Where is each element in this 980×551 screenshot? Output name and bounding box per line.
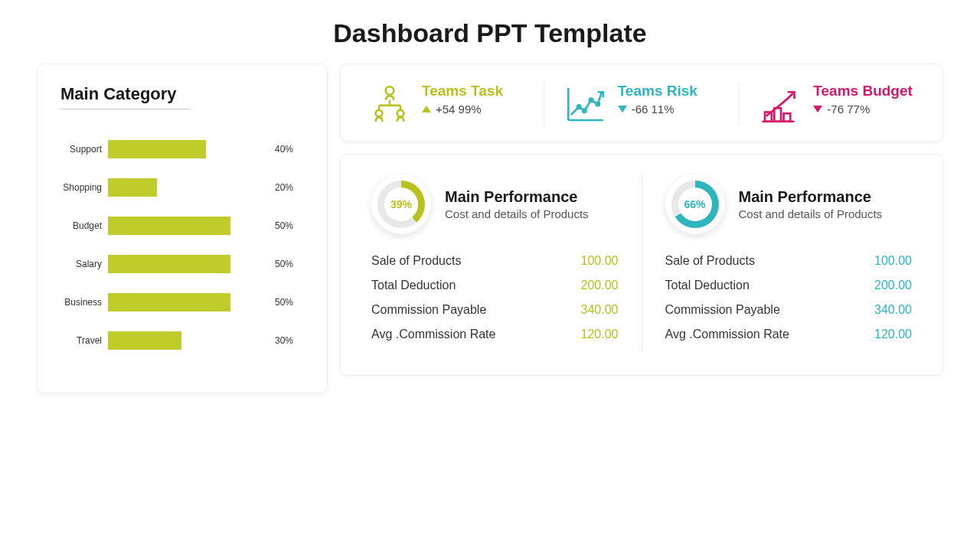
bar-row: Travel30% [56, 331, 309, 350]
category-heading: Main Category [60, 84, 309, 104]
kpi-title: Teams Budget [813, 83, 913, 99]
performance-teal: 66%Main PerformanceCost and details of P… [642, 174, 936, 352]
bar-fill [108, 217, 230, 235]
bar-label: Budget [56, 220, 102, 231]
perf-row-label: Avg .Commission Rate [371, 328, 495, 341]
donut-value: 66% [684, 198, 705, 210]
trend-down-icon [813, 106, 822, 112]
bar-chart: Support40%Shopping20%Budget50%Salary50%B… [56, 140, 309, 350]
perf-row-value: 100.00 [874, 254, 912, 268]
bar-value: 30% [275, 335, 293, 346]
donut-value: 39% [390, 198, 412, 210]
perf-row-value: 200.00 [581, 279, 619, 292]
perf-row: Sale of Products100.00 [371, 254, 619, 268]
performance-title: Main Performance [445, 188, 589, 206]
perf-row: Commission Payable340.00 [371, 303, 619, 317]
bar-row: Business50% [56, 293, 309, 311]
svg-point-8 [583, 109, 586, 112]
bar-label: Travel [56, 335, 102, 346]
trend-down-icon [618, 106, 627, 112]
bar-fill [108, 255, 230, 273]
perf-row-label: Total Deduction [371, 279, 456, 292]
perf-row-label: Avg .Commission Rate [665, 328, 789, 341]
bar-value: 50% [275, 220, 293, 231]
divider [60, 109, 191, 109]
perf-row-value: 340.00 [874, 303, 912, 317]
bar-value: 50% [275, 297, 293, 308]
performance-subtitle: Cost and details of Products [445, 207, 589, 220]
bar-row: Support40% [56, 140, 309, 158]
bar-label: Business [56, 297, 102, 308]
bar-label: Support [56, 144, 102, 155]
performance-subtitle: Cost and details of Products [739, 207, 883, 220]
svg-rect-12 [775, 108, 782, 122]
perf-row-value: 120.00 [874, 328, 912, 341]
perf-row: Avg .Commission Rate120.00 [371, 328, 619, 341]
kpi-delta: -76 77% [813, 103, 913, 116]
perf-row-label: Sale of Products [371, 254, 461, 268]
bar-fill [108, 178, 157, 197]
bar-track [108, 178, 269, 197]
perf-row-value: 100.00 [581, 254, 619, 268]
bar-row: Budget50% [56, 217, 309, 235]
team-icon [368, 83, 411, 126]
bar-track [108, 140, 269, 158]
bar-value: 40% [275, 144, 293, 155]
performance-title: Main Performance [739, 188, 883, 206]
perf-row: Sale of Products100.00 [665, 254, 913, 268]
category-card: Main Category Support40%Shopping20%Budge… [37, 64, 328, 393]
chart-icon [564, 83, 607, 126]
svg-point-9 [589, 99, 592, 102]
bar-track [108, 293, 269, 311]
bar-track [108, 217, 269, 235]
performance-olive: 39%Main PerformanceCost and details of P… [348, 174, 642, 352]
kpi-card: Teams Task+54 99%Teams Risk-66 11%Teams … [340, 64, 943, 142]
donut-gauge: 66% [665, 174, 725, 234]
page-title: Dashboard PPT Template [0, 0, 980, 64]
perf-row-label: Commission Payable [371, 303, 486, 317]
kpi-pink: Teams Budget-76 77% [740, 83, 935, 126]
bar-fill [108, 293, 230, 311]
bar-row: Salary50% [56, 255, 309, 273]
donut-gauge: 39% [371, 174, 431, 234]
svg-point-10 [596, 103, 599, 106]
perf-row-value: 120.00 [581, 328, 619, 341]
bar-track [108, 255, 269, 273]
bar-track [108, 331, 269, 350]
svg-point-0 [386, 86, 394, 95]
bar-label: Salary [56, 259, 102, 269]
perf-row-label: Total Deduction [665, 279, 750, 292]
kpi-olive: Teams Task+54 99% [348, 83, 544, 126]
bar-label: Shopping [56, 182, 102, 193]
kpi-delta: -66 11% [618, 103, 697, 116]
bar-fill [108, 140, 206, 158]
kpi-delta: +54 99% [422, 103, 503, 116]
kpi-title: Teams Task [422, 83, 503, 99]
bar-value: 20% [275, 182, 293, 193]
perf-row: Commission Payable340.00 [665, 303, 913, 317]
kpi-title: Teams Risk [618, 83, 697, 99]
perf-row-value: 200.00 [874, 279, 912, 292]
svg-point-6 [397, 110, 404, 117]
bar-value: 50% [275, 259, 293, 269]
performance-card: 39%Main PerformanceCost and details of P… [340, 154, 943, 376]
perf-row: Avg .Commission Rate120.00 [665, 328, 913, 341]
svg-point-7 [577, 105, 580, 108]
growth-icon [760, 83, 802, 126]
perf-row-value: 340.00 [581, 303, 619, 317]
perf-row: Total Deduction200.00 [665, 279, 913, 292]
perf-row: Total Deduction200.00 [371, 279, 619, 292]
svg-point-5 [376, 110, 383, 117]
perf-row-label: Sale of Products [665, 254, 755, 268]
bar-fill [108, 331, 181, 350]
trend-up-icon [422, 106, 431, 112]
svg-rect-13 [784, 113, 791, 122]
kpi-teal: Teams Risk-66 11% [544, 83, 740, 126]
bar-row: Shopping20% [56, 178, 309, 197]
perf-row-label: Commission Payable [665, 303, 780, 317]
